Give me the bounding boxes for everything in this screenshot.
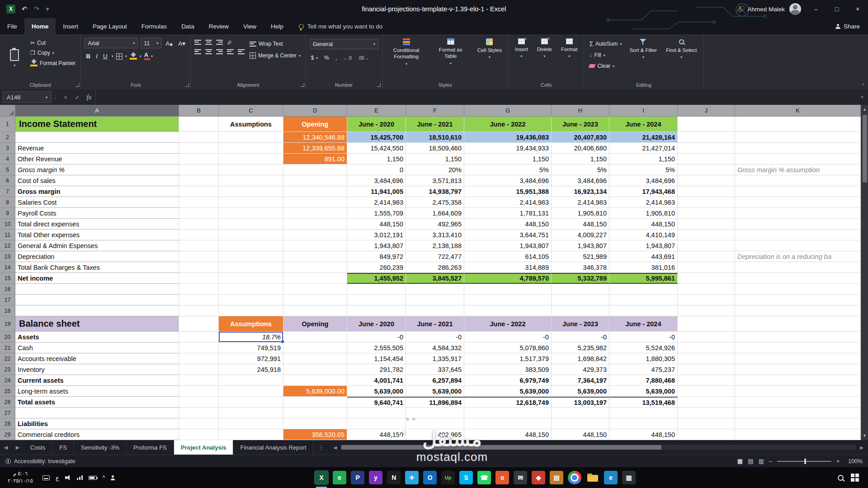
cell-C16[interactable] [219,284,283,295]
percent-style-button[interactable]: % [323,54,330,62]
cell-C9[interactable] [219,208,283,219]
cell-F25[interactable]: 5,639,000 [406,386,464,397]
cell-K3[interactable] [735,143,861,154]
cell-F20[interactable]: -0 [406,332,464,343]
cell-G22[interactable]: 1,517,379 [464,353,552,364]
cell-H17[interactable] [552,295,609,305]
cell-E10[interactable]: 448,150 [347,219,406,230]
cell-E28[interactable] [347,418,406,429]
cell-B10[interactable] [179,219,219,230]
cell-K24[interactable] [735,375,861,386]
cell-J27[interactable] [678,408,735,418]
cell-G15[interactable]: 4,789,570 [464,273,552,284]
cell-J24[interactable] [678,375,735,386]
cell-E20[interactable]: -0 [347,332,406,343]
cell-B12[interactable] [179,240,219,251]
font-size-combo[interactable]: 11▾ [141,38,161,48]
cell-B11[interactable] [179,230,219,240]
cell-J6[interactable] [678,175,735,186]
cell-G29[interactable]: 448,150 [464,429,552,440]
cell-F16[interactable] [406,284,464,295]
cell-F7[interactable]: 14,938,797 [406,186,464,197]
decrease-decimal-button[interactable]: .00→ [357,55,370,61]
cell-F17[interactable] [406,295,464,305]
tab-home[interactable]: Home [24,18,56,34]
excel-app-icon[interactable]: X [6,5,15,14]
cell-D20[interactable] [283,332,347,343]
cell-A10[interactable]: Total direct expenses [15,219,179,230]
row-header-6[interactable]: 6 [0,175,15,186]
find-select-button[interactable]: Find & Select ▾ [663,36,699,80]
cell-F29[interactable]: 492,965 [406,429,464,440]
number-dialog-launcher[interactable] [377,83,381,87]
cell-D9[interactable] [283,208,347,219]
cell-F5[interactable]: 20% [406,164,464,175]
font-color-button[interactable]: A [144,52,148,60]
cell-D15[interactable] [283,273,347,284]
clipboard-dialog-launcher[interactable] [75,83,79,87]
cut-button[interactable]: ✂Cut [29,39,77,47]
tab-view[interactable]: View [236,18,264,34]
column-header-D[interactable]: D [283,105,347,117]
cell-I13[interactable]: 443,691 [609,251,678,262]
align-bottom-icon[interactable] [216,40,223,45]
taskbar-app-mail[interactable]: ✉ [514,471,527,484]
increase-indent-icon[interactable] [238,49,245,54]
cell-E14[interactable]: 260,239 [347,262,406,273]
insert-function-icon[interactable]: fx [83,94,95,101]
cell-B17[interactable] [179,295,219,305]
taskbar-app-app-orange-o[interactable]: o [495,471,509,484]
column-header-G[interactable]: G [464,105,552,117]
column-header-E[interactable]: E [347,105,406,117]
cell-J14[interactable] [678,262,735,273]
font-dialog-launcher[interactable] [185,83,189,87]
cell-H19[interactable]: June - 2023 [552,316,609,332]
cell-B25[interactable] [179,386,219,397]
borders-button[interactable] [116,53,123,60]
cell-H29[interactable]: 448,150 [552,429,609,440]
accessibility-status[interactable]: Accessibility: Investigate [5,458,75,465]
tab-data[interactable]: Data [174,18,202,34]
cell-D25[interactable]: 5,639,000.00 [283,386,347,397]
taskbar-app-skype[interactable]: S [459,471,473,484]
avatar[interactable] [789,3,801,15]
taskbar-app-edge[interactable]: e [604,471,618,484]
cell-I21[interactable]: 5,524,926 [609,343,678,353]
cell-I24[interactable]: 7,880,468 [609,375,678,386]
cell-C18[interactable] [219,305,283,316]
warning-icon[interactable]: ⚠ [737,5,743,13]
conditional-formatting-button[interactable]: Conditional Formatting ▾ [386,36,427,80]
autosum-button[interactable]: ΣAutoSum▾ [588,39,623,48]
borders-caret[interactable]: ▾ [125,54,127,58]
cell-B22[interactable] [179,353,219,364]
cell-E27[interactable] [347,408,406,418]
cell-C28[interactable] [219,418,283,429]
align-right-icon[interactable] [216,49,223,54]
cell-K10[interactable] [735,219,861,230]
cell-J28[interactable] [678,418,735,429]
cell-B5[interactable] [179,164,219,175]
cell-F12[interactable]: 2,138,188 [406,240,464,251]
cell-I9[interactable]: 1,905,810 [609,208,678,219]
cell-E11[interactable]: 3,012,191 [347,230,406,240]
cell-J9[interactable] [678,208,735,219]
wrap-text-button[interactable]: Wrap Text [248,40,302,48]
cell-G24[interactable]: 6,979,749 [464,375,552,386]
cell-G8[interactable]: 2,414,983 [464,197,552,208]
cell-I11[interactable]: 4,410,149 [609,230,678,240]
cell-K18[interactable] [735,305,861,316]
row-header-25[interactable]: 25 [0,386,15,397]
cell-F2[interactable]: 18,510,610 [406,132,464,143]
taskbar-app-file-explorer[interactable] [586,471,599,484]
cell-C14[interactable] [219,262,283,273]
column-header-B[interactable]: B [179,105,219,117]
cell-F11[interactable]: 3,313,410 [406,230,464,240]
cell-H15[interactable]: 5,332,789 [552,273,609,284]
people-icon[interactable] [111,475,118,480]
cell-E3[interactable]: 15,424,550 [347,143,406,154]
fill-color-caret[interactable]: ▾ [140,54,142,58]
grow-font-button[interactable]: A▴ [164,40,174,47]
cell-C26[interactable] [219,397,283,408]
cell-B13[interactable] [179,251,219,262]
cell-K9[interactable] [735,208,861,219]
